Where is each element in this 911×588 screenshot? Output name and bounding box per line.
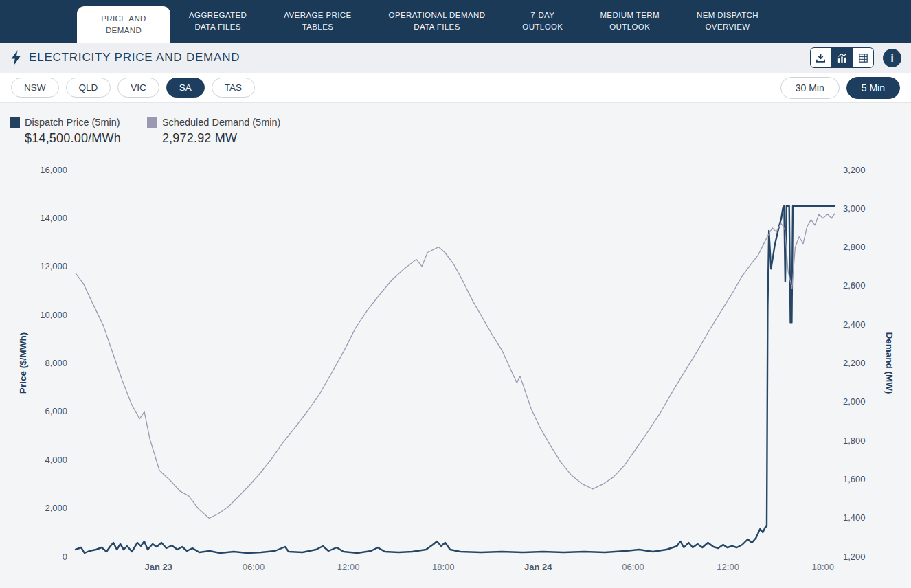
tab-nem-dispatch-overview[interactable]: NEM DISPATCH OVERVIEW [678,0,777,43]
view-button-group [810,47,874,68]
x-tick-label: Jan 24 [524,562,552,572]
app-root: PRICE AND DEMANDAGGREGATED DATA FILESAVE… [0,0,911,588]
page-header: ELECTRICITY PRICE AND DEMAND [0,43,911,73]
y-right-tick-label: 2,800 [843,242,866,252]
legend-item-demand: Scheduled Demand (5min) 2,972.92 MW [147,117,280,158]
price-legend-label: Dispatch Price (5min) [25,117,120,128]
region-button-sa[interactable]: SA [166,78,205,98]
x-tick-label: 18:00 [811,562,834,572]
demand-legend-label: Scheduled Demand (5min) [162,117,280,128]
y-right-tick-label: 1,400 [843,512,866,523]
chart-legend: Dispatch Price (5min) $14,500.00/MWh Sch… [0,103,911,158]
tab-average-price-tables[interactable]: AVERAGE PRICE TABLES [265,0,370,43]
demand-legend-swatch [147,117,157,128]
y-left-tick-label: 10,000 [40,310,67,320]
interval-button-30-min[interactable]: 30 Min [780,77,840,99]
tab-price-and-demand[interactable]: PRICE AND DEMAND [77,6,170,43]
chart-icon [836,52,848,64]
page-title: ELECTRICITY PRICE AND DEMAND [29,51,240,65]
x-tick-label: 06:00 [622,562,644,572]
region-selector: NSWQLDVICSATAS [11,78,255,98]
x-tick-label: 06:00 [243,562,265,572]
info-button[interactable]: i [883,49,901,67]
lightning-bolt-icon [10,49,22,66]
interval-selector: 30 Min5 Min [780,77,900,99]
tab-aggregated-data-files[interactable]: AGGREGATED DATA FILES [170,0,265,43]
x-tick-label: 18:00 [432,562,455,572]
y-left-tick-label: 2,000 [45,503,67,513]
y-left-tick-label: 12,000 [40,261,67,271]
info-icon: i [890,52,893,64]
x-tick-label: 12:00 [717,562,739,572]
selector-row: NSWQLDVICSATAS 30 Min5 Min [0,73,911,103]
y-right-tick-label: 3,000 [843,203,866,214]
region-button-vic[interactable]: VIC [117,78,159,98]
x-tick-label: 12:00 [337,562,360,572]
y-right-tick-label: 2,600 [843,280,866,291]
y-right-tick-label: 2,200 [843,358,866,368]
legend-item-price: Dispatch Price (5min) $14,500.00/MWh [10,117,121,158]
y-right-tick-label: 2,400 [843,319,866,330]
y-right-tick-label: 1,600 [843,474,866,484]
y-left-tick-label: 14,000 [40,213,67,223]
table-icon [857,52,869,64]
y-left-tick-label: 0 [63,552,67,562]
top-nav: PRICE AND DEMANDAGGREGATED DATA FILESAVE… [0,0,911,43]
y-right-tick-label: 2,000 [843,396,866,407]
x-tick-label: Jan 23 [145,562,172,572]
y-left-tick-label: 16,000 [40,165,67,175]
tab-medium-term-outlook[interactable]: MEDIUM TERM OUTLOOK [581,0,678,43]
tab-7-day-outlook[interactable]: 7-DAY OUTLOOK [504,0,581,43]
y-left-tick-label: 8,000 [45,358,67,368]
download-icon [815,52,826,64]
region-button-tas[interactable]: TAS [212,78,255,98]
region-button-nsw[interactable]: NSW [11,78,59,98]
y-left-tick-label: 6,000 [45,406,67,416]
y-right-axis-title: Demand (MW) [884,332,895,394]
y-left-tick-label: 4,000 [45,455,67,465]
table-view-button[interactable] [853,47,874,68]
toolbar: i [810,47,901,68]
download-button[interactable] [810,47,831,68]
region-button-qld[interactable]: QLD [66,78,111,98]
price-demand-chart[interactable]: 02,0004,0006,0008,00010,00012,00014,0001… [0,158,911,588]
demand-current-value: 2,972.92 MW [162,131,280,146]
chart-view-button[interactable] [831,47,853,68]
tab-operational-demand-data-files[interactable]: OPERATIONAL DEMAND DATA FILES [370,0,504,43]
price-current-value: $14,500.00/MWh [25,131,121,146]
y-right-tick-label: 3,200 [843,165,866,175]
y-left-axis-title: Price ($/MWh) [18,332,28,394]
interval-button-5-min[interactable]: 5 Min [846,77,900,99]
y-right-tick-label: 1,800 [843,436,866,446]
nav-tabs: PRICE AND DEMANDAGGREGATED DATA FILESAVE… [77,0,777,43]
price-series-line [76,206,835,553]
price-legend-swatch [10,117,20,128]
y-right-tick-label: 1,200 [843,552,866,562]
demand-series-line [76,214,835,519]
